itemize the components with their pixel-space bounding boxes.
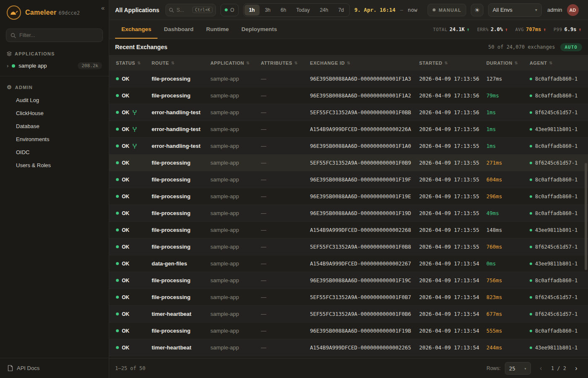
exchange-id-cell: 96E395B0088AA6D-000000000001F1A0 — [310, 143, 419, 149]
env-select-dropdown[interactable]: All Envs ▾ — [488, 3, 542, 17]
topbar: All Applications S... Ctrl+K O 1h3h6hTod… — [109, 0, 588, 20]
trend-up-icon: ↑ — [505, 27, 508, 32]
range-button-7d[interactable]: 7d — [333, 5, 348, 16]
sidebar-item-sample-app[interactable]: › sample app 208.2k — [0, 60, 109, 72]
route-cell: file-processing — [152, 76, 210, 82]
admin-nav: Audit LogClickHouseDatabaseEnvironmentsO… — [0, 94, 109, 172]
sidebar-item-environments[interactable]: Environments — [0, 133, 109, 146]
table-row[interactable]: OKdata-gen-filessample-app—A154B9A999DFC… — [109, 255, 588, 272]
tab-deployments[interactable]: Deployments — [235, 20, 284, 39]
duration-cell: 79ms — [486, 92, 530, 99]
sidebar-item-database[interactable]: Database — [0, 120, 109, 133]
sidebar-item-users-roles[interactable]: Users & Roles — [0, 159, 109, 172]
agent-cell: 8f6245c61d57-1 — [530, 160, 581, 166]
agent-status-dot — [530, 178, 532, 181]
duration-cell: 271ms — [486, 160, 530, 166]
started-cell: 2026-04-09 17:13:55 — [419, 143, 486, 149]
agent-status-dot — [530, 195, 532, 198]
duration-cell: 823ms — [486, 294, 530, 300]
chevron-right-icon[interactable]: › — [7, 63, 8, 69]
column-header-route[interactable]: ROUTE⇅ — [152, 60, 210, 66]
table-body: OKfile-processingsample-app—96E395B0088A… — [109, 71, 588, 358]
attributes-cell: — — [261, 311, 310, 317]
fork-icon — [132, 127, 137, 132]
table-row[interactable]: OKtimer-heartbeatsample-app—5EF55FC31352… — [109, 306, 588, 323]
status-ok-dot — [116, 212, 119, 215]
agent-cell: 8f6245c61d57-1 — [530, 311, 581, 317]
stat-p99: P996.9s↑ — [554, 26, 581, 32]
table-row[interactable]: OKfile-processingsample-app—5EF55FC31352… — [109, 239, 588, 255]
search-placeholder: S... — [176, 7, 184, 13]
duration-cell: 756ms — [486, 277, 530, 284]
next-page-button[interactable]: › — [570, 362, 582, 374]
table-row[interactable]: OKfile-processingsample-app—96E395B0088A… — [109, 71, 588, 87]
status-cell: OK — [116, 294, 152, 300]
range-button-today[interactable]: Today — [291, 5, 314, 16]
table-row[interactable]: OKfile-processingsample-app—A154B9A999DF… — [109, 222, 588, 239]
table-row[interactable]: OKfile-processingsample-app—96E395B0088A… — [109, 87, 588, 104]
column-header-started[interactable]: STARTED⇅ — [419, 60, 486, 66]
sidebar-item-oidc[interactable]: OIDC — [0, 146, 109, 159]
manual-refresh-button[interactable]: MANUAL — [428, 4, 466, 16]
table-row[interactable]: OKfile-processingsample-app—96E395B0088A… — [109, 323, 588, 339]
duration-cell: 677ms — [486, 311, 530, 317]
scrollbar-thumb[interactable] — [585, 163, 587, 270]
tab-runtime[interactable]: Runtime — [200, 20, 235, 39]
rows-per-page-select[interactable]: 25 ▾ — [505, 362, 531, 375]
route-cell: file-processing — [152, 227, 210, 233]
sidebar-item-audit-log[interactable]: Audit Log — [0, 94, 109, 107]
prev-page-button[interactable]: ‹ — [535, 362, 547, 374]
sort-icon: ⇅ — [246, 61, 249, 65]
table-row[interactable]: OKtimer-heartbeatsample-app—A154B9A999DF… — [109, 339, 588, 356]
range-button-1h[interactable]: 1h — [244, 5, 260, 16]
admin-section-label: ADMIN — [15, 85, 33, 90]
attributes-cell: — — [261, 227, 310, 233]
column-header-exchange-id[interactable]: EXCHANGE ID⇅ — [310, 60, 419, 66]
exchange-id-cell: 5EF55FC31352A9A-000000000001F0BB — [310, 109, 419, 116]
table-row[interactable]: OKfile-processingsample-app—96E395B0088A… — [109, 205, 588, 222]
column-header-attributes[interactable]: ATTRIBUTES⇅ — [261, 60, 310, 66]
tab-dashboard[interactable]: Dashboard — [158, 20, 200, 39]
range-button-3h[interactable]: 3h — [260, 5, 275, 16]
theme-toggle-button[interactable]: ☀ — [471, 4, 483, 16]
column-header-duration[interactable]: DURATION⇅ — [486, 60, 530, 66]
time-range-end[interactable]: now — [408, 7, 417, 13]
table-row[interactable]: OKfile-processingsample-app—96E395B0088A… — [109, 272, 588, 289]
route-cell: file-processing — [152, 176, 210, 183]
route-cell: file-processing — [152, 294, 210, 300]
agent-cell: 8c0affadb860-1 — [530, 76, 581, 82]
table-row[interactable]: OKfile-processingsample-app—5EF55FC31352… — [109, 289, 588, 306]
column-header-status[interactable]: STATUS⇅ — [116, 60, 152, 66]
online-toggle[interactable]: O — [220, 4, 238, 16]
column-header-agent[interactable]: AGENT⇅ — [530, 60, 581, 66]
sidebar-filter-input[interactable]: Filter... — [6, 29, 103, 42]
route-cell: error-handling-test — [152, 109, 210, 116]
duration-cell: 1ms — [486, 109, 530, 116]
duration-cell: 127ms — [486, 76, 530, 82]
table-row[interactable]: OKfile-processingsample-app—96E395B0088A… — [109, 171, 588, 188]
column-header-application[interactable]: APPLICATION⇅ — [210, 60, 261, 66]
status-ok-dot — [116, 245, 119, 248]
table-row[interactable]: OKfile-processingsample-app—5EF55FC31352… — [109, 155, 588, 171]
api-docs-link[interactable]: API Docs — [0, 358, 109, 378]
sidebar-item-clickhouse[interactable]: ClickHouse — [0, 107, 109, 120]
manual-status-dot — [433, 8, 436, 11]
user-avatar[interactable]: AD — [567, 4, 579, 16]
time-range-start[interactable]: 9. Apr. 16:14 — [354, 7, 396, 13]
table-row[interactable]: OKerror-handling-testsample-app—A154B9A9… — [109, 121, 588, 138]
attributes-cell: — — [261, 176, 310, 183]
sidebar-collapse-button[interactable]: « — [101, 4, 105, 11]
started-cell: 2026-04-09 17:13:55 — [419, 244, 486, 250]
table-row[interactable]: OKerror-handling-testsample-app—5EF55FC3… — [109, 104, 588, 121]
auto-refresh-badge[interactable]: AUTO — [560, 43, 583, 51]
tab-exchanges[interactable]: Exchanges — [115, 20, 158, 39]
table-row[interactable]: OKerror-handling-testsample-app—96E395B0… — [109, 138, 588, 155]
range-button-6h[interactable]: 6h — [276, 5, 291, 16]
application-cell: sample-app — [210, 109, 261, 116]
global-search-input[interactable]: S... Ctrl+K — [165, 4, 216, 16]
range-button-24h[interactable]: 24h — [315, 5, 333, 16]
table-row[interactable]: OKfile-processingsample-app—96E395B0088A… — [109, 188, 588, 205]
status-ok-dot — [116, 262, 119, 265]
chevron-down-icon: ▾ — [524, 366, 527, 371]
application-cell: sample-app — [210, 76, 261, 82]
